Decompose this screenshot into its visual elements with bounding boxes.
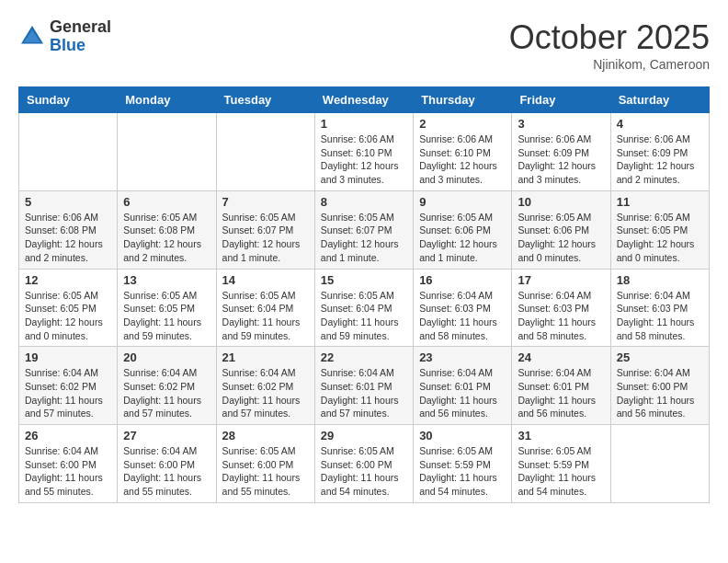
- calendar-cell: 2Sunrise: 6:06 AM Sunset: 6:10 PM Daylig…: [414, 113, 512, 191]
- day-info: Sunrise: 6:06 AM Sunset: 6:09 PM Dayligh…: [518, 132, 604, 187]
- day-number: 30: [419, 429, 506, 442]
- page-header: General Blue October 2025 Njinikom, Came…: [18, 18, 710, 72]
- day-info: Sunrise: 6:05 AM Sunset: 6:07 PM Dayligh…: [321, 211, 407, 265]
- calendar-cell: 16Sunrise: 6:04 AM Sunset: 6:03 PM Dayli…: [414, 269, 512, 347]
- day-number: 2: [419, 117, 506, 131]
- day-info: Sunrise: 6:04 AM Sunset: 6:02 PM Dayligh…: [123, 366, 210, 420]
- calendar-cell: 14Sunrise: 6:05 AM Sunset: 6:04 PM Dayli…: [216, 269, 314, 347]
- calendar-cell: 18Sunrise: 6:04 AM Sunset: 6:03 PM Dayli…: [610, 269, 709, 347]
- weekday-header-thursday: Thursday: [414, 87, 512, 113]
- calendar-cell: 24Sunrise: 6:04 AM Sunset: 6:01 PM Dayli…: [512, 347, 610, 425]
- calendar-cell: 7Sunrise: 6:05 AM Sunset: 6:07 PM Daylig…: [216, 190, 314, 269]
- day-number: 24: [518, 350, 604, 364]
- day-number: 27: [123, 429, 210, 442]
- day-number: 20: [123, 350, 210, 364]
- calendar-cell: [216, 113, 314, 191]
- day-info: Sunrise: 6:05 AM Sunset: 6:00 PM Dayligh…: [321, 444, 407, 499]
- day-info: Sunrise: 6:05 AM Sunset: 5:59 PM Dayligh…: [419, 444, 506, 499]
- calendar-cell: 9Sunrise: 6:05 AM Sunset: 6:06 PM Daylig…: [414, 190, 512, 269]
- title-block: October 2025 Njinikom, Cameroon: [509, 18, 710, 72]
- logo-blue-text: Blue: [50, 37, 111, 55]
- logo: General Blue: [18, 18, 111, 55]
- calendar-cell: 11Sunrise: 6:05 AM Sunset: 6:05 PM Dayli…: [610, 190, 709, 269]
- calendar-cell: 6Sunrise: 6:05 AM Sunset: 6:08 PM Daylig…: [118, 190, 216, 269]
- day-info: Sunrise: 6:05 AM Sunset: 6:00 PM Dayligh…: [222, 444, 309, 499]
- day-number: 25: [617, 350, 703, 364]
- day-number: 10: [518, 195, 604, 209]
- day-number: 23: [419, 350, 506, 364]
- day-number: 28: [222, 429, 309, 442]
- day-info: Sunrise: 6:05 AM Sunset: 6:08 PM Dayligh…: [123, 211, 210, 265]
- calendar-week-row: 26Sunrise: 6:04 AM Sunset: 6:00 PM Dayli…: [19, 425, 710, 503]
- day-number: 6: [123, 195, 210, 209]
- weekday-header-monday: Monday: [118, 87, 216, 113]
- day-number: 14: [222, 273, 309, 287]
- calendar-cell: 10Sunrise: 6:05 AM Sunset: 6:06 PM Dayli…: [512, 190, 610, 269]
- day-info: Sunrise: 6:04 AM Sunset: 6:00 PM Dayligh…: [25, 444, 111, 499]
- calendar-cell: 23Sunrise: 6:04 AM Sunset: 6:01 PM Dayli…: [414, 347, 512, 425]
- weekday-header-sunday: Sunday: [19, 87, 118, 113]
- day-info: Sunrise: 6:05 AM Sunset: 6:05 PM Dayligh…: [617, 211, 703, 265]
- day-number: 11: [617, 195, 703, 209]
- calendar-week-row: 1Sunrise: 6:06 AM Sunset: 6:10 PM Daylig…: [19, 113, 710, 191]
- logo-general-text: General: [50, 18, 111, 37]
- day-number: 15: [321, 273, 407, 287]
- calendar-week-row: 5Sunrise: 6:06 AM Sunset: 6:08 PM Daylig…: [19, 190, 710, 269]
- weekday-header-wednesday: Wednesday: [314, 87, 413, 113]
- calendar-cell: 17Sunrise: 6:04 AM Sunset: 6:03 PM Dayli…: [512, 269, 610, 347]
- calendar-cell: 26Sunrise: 6:04 AM Sunset: 6:00 PM Dayli…: [19, 425, 118, 503]
- day-info: Sunrise: 6:04 AM Sunset: 6:01 PM Dayligh…: [518, 366, 604, 420]
- calendar-cell: [118, 113, 216, 191]
- day-number: 4: [617, 117, 703, 131]
- day-info: Sunrise: 6:05 AM Sunset: 6:06 PM Dayligh…: [419, 211, 506, 265]
- calendar-cell: 20Sunrise: 6:04 AM Sunset: 6:02 PM Dayli…: [118, 347, 216, 425]
- calendar-week-row: 19Sunrise: 6:04 AM Sunset: 6:02 PM Dayli…: [19, 347, 710, 425]
- calendar-cell: 27Sunrise: 6:04 AM Sunset: 6:00 PM Dayli…: [118, 425, 216, 503]
- day-number: 17: [518, 273, 604, 287]
- day-number: 16: [419, 273, 506, 287]
- day-info: Sunrise: 6:04 AM Sunset: 6:00 PM Dayligh…: [123, 444, 210, 499]
- day-number: 12: [25, 273, 111, 287]
- calendar-cell: 4Sunrise: 6:06 AM Sunset: 6:09 PM Daylig…: [610, 113, 709, 191]
- calendar-cell: 28Sunrise: 6:05 AM Sunset: 6:00 PM Dayli…: [216, 425, 314, 503]
- calendar-cell: 22Sunrise: 6:04 AM Sunset: 6:01 PM Dayli…: [314, 347, 413, 425]
- day-info: Sunrise: 6:04 AM Sunset: 6:02 PM Dayligh…: [222, 366, 309, 420]
- day-info: Sunrise: 6:04 AM Sunset: 6:00 PM Dayligh…: [617, 366, 703, 420]
- day-number: 3: [518, 117, 604, 131]
- calendar-cell: 8Sunrise: 6:05 AM Sunset: 6:07 PM Daylig…: [314, 190, 413, 269]
- calendar-cell: 3Sunrise: 6:06 AM Sunset: 6:09 PM Daylig…: [512, 113, 610, 191]
- calendar-cell: 30Sunrise: 6:05 AM Sunset: 5:59 PM Dayli…: [414, 425, 512, 503]
- calendar-week-row: 12Sunrise: 6:05 AM Sunset: 6:05 PM Dayli…: [19, 269, 710, 347]
- day-info: Sunrise: 6:06 AM Sunset: 6:10 PM Dayligh…: [321, 132, 407, 187]
- day-info: Sunrise: 6:06 AM Sunset: 6:09 PM Dayligh…: [617, 132, 703, 187]
- calendar-cell: [19, 113, 118, 191]
- day-number: 26: [25, 429, 111, 442]
- calendar-cell: 19Sunrise: 6:04 AM Sunset: 6:02 PM Dayli…: [19, 347, 118, 425]
- day-info: Sunrise: 6:05 AM Sunset: 6:05 PM Dayligh…: [25, 289, 111, 343]
- day-info: Sunrise: 6:06 AM Sunset: 6:08 PM Dayligh…: [25, 211, 111, 265]
- day-number: 5: [25, 195, 111, 209]
- day-info: Sunrise: 6:05 AM Sunset: 5:59 PM Dayligh…: [518, 444, 604, 499]
- calendar-cell: 25Sunrise: 6:04 AM Sunset: 6:00 PM Dayli…: [610, 347, 709, 425]
- calendar-cell: 21Sunrise: 6:04 AM Sunset: 6:02 PM Dayli…: [216, 347, 314, 425]
- day-number: 19: [25, 350, 111, 364]
- day-number: 21: [222, 350, 309, 364]
- weekday-header-saturday: Saturday: [610, 87, 709, 113]
- day-info: Sunrise: 6:05 AM Sunset: 6:05 PM Dayligh…: [123, 289, 210, 343]
- day-number: 22: [321, 350, 407, 364]
- calendar-cell: [610, 425, 709, 503]
- day-info: Sunrise: 6:04 AM Sunset: 6:01 PM Dayligh…: [419, 366, 506, 420]
- weekday-header-row: SundayMondayTuesdayWednesdayThursdayFrid…: [19, 87, 710, 113]
- day-info: Sunrise: 6:04 AM Sunset: 6:02 PM Dayligh…: [25, 366, 111, 420]
- calendar-cell: 31Sunrise: 6:05 AM Sunset: 5:59 PM Dayli…: [512, 425, 610, 503]
- day-info: Sunrise: 6:04 AM Sunset: 6:03 PM Dayligh…: [617, 289, 703, 343]
- calendar-cell: 15Sunrise: 6:05 AM Sunset: 6:04 PM Dayli…: [314, 269, 413, 347]
- location: Njinikom, Cameroon: [509, 57, 710, 72]
- day-number: 9: [419, 195, 506, 209]
- day-number: 8: [321, 195, 407, 209]
- day-number: 31: [518, 429, 604, 442]
- day-info: Sunrise: 6:04 AM Sunset: 6:03 PM Dayligh…: [518, 289, 604, 343]
- day-info: Sunrise: 6:05 AM Sunset: 6:07 PM Dayligh…: [222, 211, 309, 265]
- calendar-cell: 13Sunrise: 6:05 AM Sunset: 6:05 PM Dayli…: [118, 269, 216, 347]
- calendar-table: SundayMondayTuesdayWednesdayThursdayFrid…: [18, 86, 710, 503]
